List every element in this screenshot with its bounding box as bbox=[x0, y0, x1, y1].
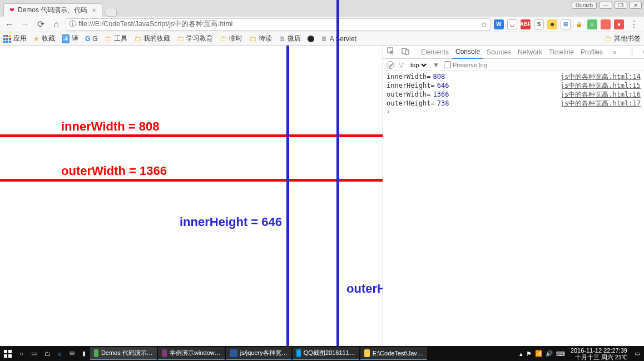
back-button[interactable]: ← bbox=[3, 18, 16, 31]
devtools-tab-network[interactable]: Network bbox=[514, 46, 546, 59]
taskbar-app-onenote[interactable]: 学例演示window… bbox=[158, 347, 225, 360]
bookmark-item[interactable]: 🗀学习教育 bbox=[177, 34, 213, 43]
taskbar-clock[interactable]: 2016-11-12 22:27:39 十月十三 周六 21℃ bbox=[567, 347, 631, 360]
tray-icon[interactable]: ⌨ bbox=[556, 350, 565, 357]
device-toggle-icon[interactable] bbox=[400, 47, 411, 57]
pinned-edge[interactable]: e bbox=[55, 346, 66, 361]
folder-icon: 🗀 bbox=[605, 34, 612, 43]
preserve-log-input[interactable] bbox=[444, 61, 451, 68]
taskbar-app-explorer[interactable]: E:\CodeTest\Jav… bbox=[360, 347, 427, 360]
w-ext-icon[interactable]: W bbox=[494, 19, 504, 29]
pinned-explorer[interactable]: 🗀 bbox=[41, 346, 55, 361]
dice-icon[interactable]: ⊞ bbox=[561, 19, 571, 29]
maximize-button[interactable]: ❐ bbox=[615, 2, 627, 9]
bookmark-item[interactable]: 🗀临时 bbox=[220, 34, 242, 43]
taskview-button[interactable]: ▭ bbox=[27, 346, 41, 361]
window-controls: Dunizb — ❐ ✕ bbox=[569, 0, 644, 10]
cortana-button[interactable]: ○ bbox=[16, 346, 27, 361]
heart-icon: ❤ bbox=[9, 7, 14, 14]
devtools-tabbar: ElementsConsoleSourcesNetworkTimelinePro… bbox=[383, 46, 644, 59]
devtools-tab-elements[interactable]: Elements bbox=[418, 46, 452, 59]
note-icon[interactable]: ≡ bbox=[587, 19, 597, 29]
tray-icon[interactable]: ▴ bbox=[519, 350, 523, 357]
forward-button[interactable]: → bbox=[19, 18, 31, 31]
bookmark-star-icon[interactable]: ☆ bbox=[478, 20, 490, 29]
preserve-log-label: Preserve log bbox=[453, 62, 487, 68]
lock-icon[interactable]: 🔒 bbox=[574, 19, 584, 29]
close-button[interactable]: ✕ bbox=[630, 2, 642, 9]
notifications-button[interactable]: ▭ bbox=[631, 346, 644, 361]
start-button[interactable] bbox=[0, 346, 16, 361]
dot-icon[interactable]: ● bbox=[614, 19, 624, 29]
inspect-icon[interactable] bbox=[385, 47, 397, 57]
filter-funnel-icon[interactable]: ▽ bbox=[399, 61, 404, 69]
devtools-tab-console[interactable]: Console bbox=[452, 46, 483, 59]
bookmark-item[interactable]: 译译 bbox=[62, 34, 78, 43]
address-bar[interactable]: ⓘ file:///E:/CodeTest/JavaScript/js中的各种宽… bbox=[66, 18, 491, 31]
other-bookmarks[interactable]: 🗀 其他书签 bbox=[605, 34, 641, 43]
tray-icon[interactable]: ⚑ bbox=[526, 350, 532, 357]
tray-icon[interactable]: 📶 bbox=[535, 350, 542, 357]
system-tray[interactable]: ▴⚑📶🔊⌨ bbox=[517, 350, 567, 357]
s-ext-icon[interactable]: S bbox=[534, 19, 544, 29]
explorer-icon bbox=[364, 349, 370, 357]
site-info-icon[interactable]: ⓘ bbox=[66, 19, 78, 29]
bookmark-item[interactable]: ★收藏 bbox=[33, 34, 55, 43]
chrome-menu-icon[interactable]: ⋮ bbox=[627, 19, 641, 29]
source-link[interactable]: js中的各种宽高.html:14 bbox=[561, 72, 641, 81]
image-icon bbox=[296, 349, 301, 357]
taskbar-app-image[interactable]: QQ截图2016111… bbox=[293, 347, 359, 360]
smile-icon[interactable]: ☻ bbox=[547, 19, 557, 29]
outerwidth-label: outerWidth = 1366 bbox=[61, 164, 167, 178]
taskbar-app-chrome[interactable]: Demos 代码演示… bbox=[90, 347, 157, 360]
source-link[interactable]: js中的各种宽高.html:17 bbox=[561, 99, 641, 108]
other-bookmarks-label: 其他书签 bbox=[614, 34, 641, 43]
apps-shortcut[interactable]: 应用 bbox=[3, 34, 27, 43]
devtools-more-tabs[interactable]: » bbox=[610, 46, 620, 59]
star-icon: ★ bbox=[33, 35, 39, 43]
minimize-button[interactable]: — bbox=[599, 2, 612, 9]
bookmark-item[interactable]: 🗎微店 bbox=[279, 34, 301, 43]
circle-icon bbox=[308, 36, 314, 42]
svg-rect-2 bbox=[405, 50, 409, 54]
context-select[interactable]: top bbox=[408, 61, 428, 69]
devtools-panel: ElementsConsoleSourcesNetworkTimelinePro… bbox=[383, 46, 644, 346]
preserve-log-checkbox[interactable]: Preserve log bbox=[444, 61, 487, 68]
abp-icon[interactable]: ABP bbox=[521, 19, 531, 29]
close-icon[interactable]: × bbox=[92, 6, 96, 14]
innerwidth-label: innerWidth = 808 bbox=[61, 119, 159, 134]
reload-button[interactable]: ⟳ bbox=[34, 18, 47, 31]
tab-title: Demos 代码演示、代码 bbox=[18, 6, 87, 15]
new-tab-button[interactable] bbox=[106, 8, 117, 17]
clear-console-icon[interactable] bbox=[387, 61, 394, 69]
devtools-menu-icon[interactable]: ⋮ bbox=[627, 48, 637, 56]
browser-toolbar: ← → ⟳ ⌂ ⓘ file:///E:/CodeTest/JavaScript… bbox=[0, 17, 644, 32]
bookmark-label: 学习教育 bbox=[186, 34, 213, 43]
devtools-tab-sources[interactable]: Sources bbox=[483, 46, 514, 59]
tray-icon[interactable]: 🔊 bbox=[546, 350, 553, 357]
bookmark-label: G bbox=[92, 35, 97, 43]
pocket-icon[interactable]: ◡ bbox=[507, 19, 517, 29]
folder-icon: 🗀 bbox=[220, 34, 227, 43]
devtools-tab-timeline[interactable]: Timeline bbox=[546, 46, 577, 59]
pinned-terminal[interactable]: ▮ bbox=[78, 346, 90, 361]
source-link[interactable]: js中的各种宽高.html:16 bbox=[561, 90, 641, 99]
source-link[interactable]: js中的各种宽高.html:15 bbox=[561, 81, 641, 90]
devtools-close-icon[interactable]: × bbox=[641, 48, 644, 56]
bookmark-item[interactable]: 🗀工具 bbox=[105, 34, 127, 43]
console-prompt[interactable]: › bbox=[387, 108, 641, 116]
bookmark-item[interactable]: 🗀待读 bbox=[249, 34, 272, 43]
bookmark-item[interactable] bbox=[308, 34, 314, 43]
bookmark-item[interactable]: GG bbox=[85, 34, 98, 43]
g-icon: G bbox=[85, 35, 90, 43]
devtools-tab-profiles[interactable]: Profiles bbox=[577, 46, 606, 59]
taskbar-app-word[interactable]: js/jquery各种宽… bbox=[226, 347, 291, 360]
console-row: outerHeight=738js中的各种宽高.html:17 bbox=[387, 99, 641, 108]
pinned-mail[interactable]: ✉ bbox=[66, 346, 78, 361]
bookmark-item[interactable]: 🗀我的收藏 bbox=[134, 34, 170, 43]
taskbar-app-label: 学例演示window… bbox=[170, 349, 221, 357]
home-button[interactable]: ⌂ bbox=[50, 18, 62, 31]
browser-tab[interactable]: ❤ Demos 代码演示、代码 × bbox=[3, 3, 102, 17]
user-badge[interactable]: Dunizb bbox=[572, 2, 597, 9]
red-icon[interactable] bbox=[601, 19, 611, 29]
